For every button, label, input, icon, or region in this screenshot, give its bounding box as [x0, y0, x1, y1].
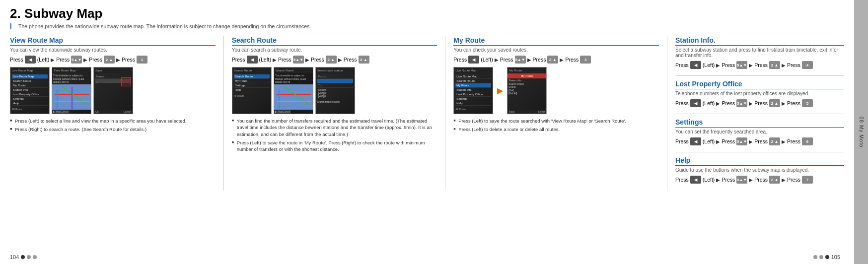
press-label-3c: Press: [533, 57, 546, 63]
help-desc: Guide to use the buttons when the subway…: [675, 167, 844, 173]
screen-my-route-menu: Live Route Map Live Route Map Search Rou…: [453, 67, 493, 114]
col-my-route: My Route You can check your saved routes…: [453, 36, 667, 190]
arrow-1a: ▶: [51, 57, 55, 63]
arrow-3a: ▶: [495, 57, 499, 63]
btn-1-1: 1: [137, 56, 147, 64]
screen-search-menu: Search Route Search Route My Route Setti…: [232, 67, 272, 114]
arrow-2c: ▶: [338, 57, 342, 63]
btn-5-2: 5▲▼: [293, 56, 304, 64]
note-item: Press (Left) to save the route in 'My Ro…: [232, 139, 437, 153]
right-sections: Station Info. Select a subway station an…: [675, 36, 844, 190]
press-label-2d: Press: [344, 57, 357, 63]
screen-my-route-detail: My Route My Route Station InfoSearch Rou…: [507, 67, 547, 114]
page-title: 2. Subway Map: [10, 6, 844, 21]
btn-2-3: 2 ▲: [359, 56, 369, 64]
view-route-map-title: View Route Map: [10, 36, 216, 46]
help-press-row: Press ◀ (Left) ▶ Press 5▲▼ ▶ Press 2 ▲ ▶…: [675, 176, 844, 184]
note-item: Press (Right) to search a route. (See Se…: [10, 126, 216, 132]
arrow-2b: ▶: [305, 57, 309, 63]
dot-3: [33, 255, 37, 259]
left-label-2: (Left): [259, 57, 272, 63]
lost-property-section: Lost Property Office Telephone numbers o…: [675, 80, 844, 114]
screen-menu-1: Live Route Map Live Route Map Search Rou…: [10, 67, 50, 114]
btn-3-1: 3: [580, 56, 591, 64]
screen-search-start: Search start station From: _ To: [+82][0…: [315, 67, 355, 114]
dot-1: [21, 255, 25, 259]
press-label-1c: Press: [89, 57, 102, 63]
note-item: Press (Left) to delete a route or delete…: [453, 126, 659, 132]
search-route-desc: You can search a subway route.: [232, 47, 437, 53]
my-route-title: My Route: [453, 36, 659, 46]
lost-property-desc: Telephone numbers of the lost property o…: [675, 91, 844, 96]
dot-2: [27, 255, 31, 259]
col-view-route-map: View Route Map You can view the nationwi…: [10, 36, 224, 190]
help-section: Help Guide to use the buttons when the s…: [675, 156, 844, 190]
btn-5-1: 5▲▼: [71, 56, 82, 64]
press-label-3b: Press: [500, 57, 513, 63]
press-label-2: Press: [232, 57, 245, 63]
btn-left-2: ◀: [247, 56, 258, 64]
dot-6: [825, 255, 829, 259]
footer: 104 105: [10, 254, 840, 260]
note-item: Press (Left) to save the route searched …: [453, 118, 659, 124]
my-route-notes: Press (Left) to save the route searched …: [453, 118, 659, 133]
footer-page-left: 104: [10, 254, 19, 260]
press-label-1: Press: [10, 57, 23, 63]
search-route-screenshots: Search Route Search Route My Route Setti…: [232, 67, 437, 114]
screen-map-1: Time Route Map This timetable is subject…: [52, 67, 91, 114]
btn-5-3: 5▲▼: [515, 56, 526, 64]
station-info-title: Station Info.: [675, 36, 844, 46]
search-route-notes: You can find the number of transfers req…: [232, 118, 437, 152]
screen-save-1: Save Name _ Ok Cancel: [93, 67, 133, 114]
press-label-3d: Press: [565, 57, 579, 63]
my-route-press-row: Press ◀ (Left) ▶ Press 5▲▼ ▶ Press 2 ▲ ▶…: [453, 56, 659, 64]
btn-2-2: 2 ▲: [326, 56, 337, 64]
settings-press-row: Press ◀ (Left) ▶ Press 5▲▼ ▶ Press 2 ▲ ▶…: [675, 137, 844, 145]
my-route-desc: You can check your saved routes.: [453, 47, 659, 53]
footer-right: 105: [813, 254, 840, 260]
arrow-1c: ▶: [116, 57, 120, 63]
main-content: 2. Subway Map The phone provides the nat…: [0, 0, 854, 264]
note-item: You can find the number of transfers req…: [232, 118, 437, 137]
arrow-3c: ▶: [560, 57, 564, 63]
view-route-map-desc: You can view the nationwide subway route…: [10, 47, 216, 53]
settings-title: Settings: [675, 118, 844, 128]
note-item: Press (Left) to select a line and view t…: [10, 118, 216, 124]
search-route-title: Search Route: [232, 36, 437, 46]
press-label-2b: Press: [278, 57, 291, 63]
footer-page-right: 105: [831, 254, 840, 260]
btn-2-1: 2 ▲: [104, 56, 115, 64]
arrow-1b: ▶: [83, 57, 87, 63]
btn-left-3: ◀: [468, 56, 479, 64]
station-info-desc: Select a subway station and press to fin…: [675, 47, 844, 58]
side-tab: 08 My Moto: [854, 0, 868, 264]
orange-arrow: ▶: [495, 86, 505, 95]
lost-property-press-row: Press ◀ (Left) ▶ Press 5▲▼ ▶ Press 2 ▲ ▶…: [675, 99, 844, 107]
arrow-3b: ▶: [527, 57, 531, 63]
press-label-3: Press: [453, 57, 467, 63]
left-label-3: (Left): [481, 57, 493, 63]
col-right: Station Info. Select a subway station an…: [675, 36, 844, 190]
arrow-2a: ▶: [273, 57, 277, 63]
station-info-section: Station Info. Select a subway station an…: [675, 36, 844, 76]
my-route-screenshots: Live Route Map Live Route Map Search Rou…: [453, 67, 659, 114]
settings-desc: You can set the frequently searched area…: [675, 129, 844, 134]
btn-2-4: 2 ▲: [547, 56, 558, 64]
dot-4: [813, 255, 817, 259]
page-subtitle: The phone provides the nationwide subway…: [10, 23, 844, 29]
press-label-2c: Press: [311, 57, 324, 63]
settings-section: Settings You can set the frequently sear…: [675, 118, 844, 152]
lost-property-title: Lost Property Office: [675, 80, 844, 89]
screen-search-route: Search Route This timetable is subject t…: [274, 67, 313, 114]
view-route-press-row: Press ◀ (Left) ▶ Press 5▲▼ ▶ Press 2 ▲ ▶…: [10, 56, 216, 64]
dot-5: [819, 255, 823, 259]
press-label-1d: Press: [122, 57, 135, 63]
press-label-1b: Press: [56, 57, 70, 63]
station-info-press-row: Press ◀ (Left) ▶ Press 5▲▼ ▶ Press 2 ▲ ▶…: [675, 61, 844, 69]
footer-left: 104: [10, 254, 37, 260]
search-route-press-row: Press ◀ (Left) ▶ Press 5▲▼ ▶ Press 2 ▲ ▶…: [232, 56, 437, 64]
left-label-1: (Left): [37, 57, 50, 63]
help-title: Help: [675, 156, 844, 166]
view-route-screenshots: Live Route Map Live Route Map Search Rou…: [10, 67, 216, 114]
btn-left-1: ◀: [25, 56, 36, 64]
